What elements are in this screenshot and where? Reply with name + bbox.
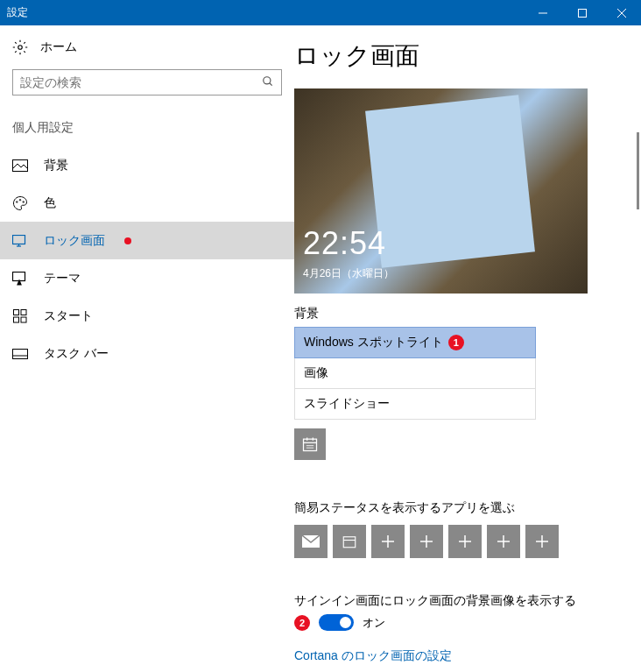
svg-line-6 [270, 82, 272, 85]
plus-icon [381, 534, 395, 548]
annotation-badge-1: 1 [448, 335, 464, 350]
sidebar-item-start[interactable]: スタート [0, 297, 294, 335]
plus-icon [458, 534, 472, 548]
signin-bg-toggle-row: 2 オン [294, 614, 618, 631]
plus-icon [535, 534, 549, 548]
sidebar-item-label: タスク バー [44, 346, 109, 362]
search-input[interactable] [20, 75, 262, 89]
scrollbar[interactable] [637, 132, 639, 209]
home-nav[interactable]: ホーム [0, 25, 294, 69]
signin-bg-toggle[interactable] [319, 614, 354, 631]
sidebar-section-header: 個人用設定 [0, 108, 294, 146]
app-tile-mail[interactable] [294, 525, 328, 558]
dropdown-option-spotlight[interactable]: Windows スポットライト 1 [294, 327, 536, 358]
notification-dot-icon [124, 237, 131, 244]
monitor-icon [12, 233, 28, 249]
svg-point-10 [23, 201, 25, 202]
sidebar-item-colors[interactable]: 色 [0, 184, 294, 222]
sidebar: ホーム 個人用設定 背景 色 ロック画面 テーマ スタート [0, 25, 294, 672]
sidebar-item-label: スタート [44, 308, 93, 324]
signin-bg-label: サインイン画面にロック画面の背景画像を表示する [294, 593, 618, 609]
window-controls [523, 0, 641, 25]
search-icon [262, 75, 274, 90]
app-tile-add-5[interactable] [525, 525, 559, 558]
app-tile-calendar[interactable] [333, 525, 366, 558]
sidebar-item-label: 背景 [44, 158, 68, 173]
page-title: ロック画面 [294, 39, 618, 73]
sidebar-item-label: 色 [44, 195, 56, 211]
sidebar-item-themes[interactable]: テーマ [0, 259, 294, 297]
svg-point-9 [19, 199, 21, 201]
sidebar-item-label: テーマ [44, 271, 81, 286]
dropdown-option-label: Windows スポットライト [304, 335, 443, 350]
svg-rect-17 [14, 317, 19, 322]
main-content: ロック画面 22:54 4月26日（水曜日） 背景 Windows スポットライ… [294, 25, 641, 672]
start-icon [12, 308, 28, 324]
svg-rect-28 [343, 537, 356, 548]
palette-icon [12, 195, 28, 211]
app-tile-add-4[interactable] [487, 525, 520, 558]
plus-icon [497, 534, 511, 548]
mail-icon [302, 535, 320, 548]
quick-status-label: 簡易ステータスを表示するアプリを選ぶ [294, 500, 618, 516]
app-tile-add-2[interactable] [410, 525, 443, 558]
calendar-icon [342, 534, 357, 549]
lock-screen-preview: 22:54 4月26日（水曜日） [294, 88, 588, 294]
sidebar-item-label: ロック画面 [44, 233, 105, 249]
close-button[interactable] [602, 0, 641, 25]
gear-icon [12, 39, 28, 55]
brush-icon [12, 271, 28, 286]
svg-point-4 [18, 46, 23, 50]
dropdown-option-picture[interactable]: 画像 [294, 358, 536, 389]
sidebar-item-taskbar[interactable]: タスク バー [0, 335, 294, 372]
window-title: 設定 [0, 5, 523, 20]
quick-status-apps [294, 525, 618, 558]
svg-rect-18 [21, 317, 26, 322]
toggle-state-label: オン [363, 615, 385, 631]
dropdown-option-slideshow[interactable]: スライドショー [294, 389, 536, 420]
sidebar-item-lock-screen[interactable]: ロック画面 [0, 222, 294, 259]
annotation-badge-2: 2 [294, 615, 310, 631]
svg-rect-19 [13, 349, 28, 358]
cortana-link[interactable]: Cortana のロック画面の設定 [294, 648, 618, 664]
svg-rect-15 [14, 309, 19, 315]
dropdown-option-label: 画像 [304, 365, 328, 379]
dropdown-option-label: スライドショー [304, 396, 390, 410]
home-label: ホーム [40, 39, 77, 55]
plus-icon [419, 534, 433, 548]
svg-rect-1 [578, 9, 586, 17]
svg-rect-16 [21, 309, 26, 315]
minimize-button[interactable] [523, 0, 562, 25]
app-tile-add-1[interactable] [371, 525, 405, 558]
svg-rect-14 [13, 272, 25, 280]
svg-point-8 [17, 201, 18, 202]
background-label: 背景 [294, 306, 618, 322]
detailed-status-app-tile[interactable] [294, 428, 326, 460]
calendar-icon [301, 435, 319, 453]
svg-rect-7 [13, 159, 28, 171]
sidebar-item-background[interactable]: 背景 [0, 146, 294, 184]
background-dropdown[interactable]: Windows スポットライト 1 画像 スライドショー [294, 327, 536, 420]
svg-rect-11 [13, 235, 25, 244]
svg-point-5 [264, 76, 271, 83]
toggle-thumb [340, 617, 351, 628]
titlebar: 設定 [0, 0, 641, 25]
maximize-button[interactable] [562, 0, 602, 25]
preview-time: 22:54 [303, 225, 386, 262]
taskbar-icon [12, 346, 28, 362]
svg-rect-21 [304, 439, 317, 450]
search-box[interactable] [12, 69, 282, 95]
picture-icon [12, 158, 28, 173]
preview-image-sky [365, 95, 535, 267]
app-tile-add-3[interactable] [448, 525, 482, 558]
preview-date: 4月26日（水曜日） [303, 266, 394, 281]
